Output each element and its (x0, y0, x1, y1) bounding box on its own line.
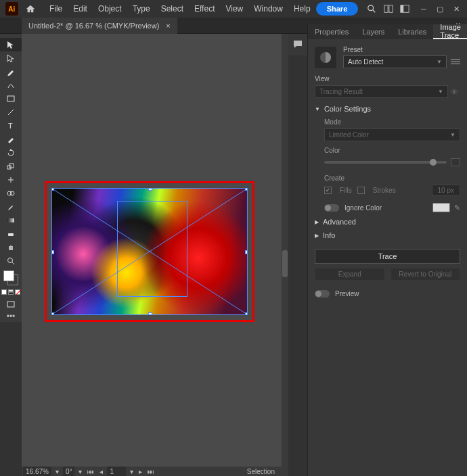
eyedropper-tool[interactable] (0, 200, 22, 214)
view-eye-icon[interactable]: 👁 (448, 88, 460, 96)
image-trace-preset-icon (315, 47, 336, 68)
artboard-first-icon[interactable]: ⏮ (85, 468, 97, 475)
maximize-button[interactable]: ▢ (432, 1, 448, 16)
selection-handle-bl[interactable] (51, 312, 54, 315)
share-button[interactable]: Share (316, 2, 359, 16)
rotate-view-field[interactable]: 0° (63, 467, 75, 476)
zoom-tool[interactable] (0, 254, 22, 268)
canvas[interactable] (22, 34, 282, 467)
artboard-next-icon[interactable]: ▸ (136, 468, 145, 475)
ignore-color-label: Ignore Color (344, 204, 382, 212)
selection-handle-tc[interactable] (148, 188, 152, 191)
tab-layers[interactable]: Layers (355, 24, 391, 39)
mode-dropdown[interactable]: Limited Color ▼ (324, 128, 460, 141)
selection-handle-ml[interactable] (51, 250, 54, 254)
color-mode-swatch[interactable] (1, 289, 7, 295)
eraser-tool[interactable] (0, 227, 22, 241)
fill-swatch[interactable] (3, 270, 14, 281)
hand-tool[interactable] (0, 241, 22, 254)
svg-rect-17 (7, 218, 14, 222)
screen-mode-tool[interactable] (0, 298, 22, 311)
tab-libraries[interactable]: Libraries (391, 24, 433, 39)
rotate-dropdown-icon[interactable]: ▾ (76, 468, 85, 475)
pen-tool[interactable] (0, 65, 22, 78)
menu-edit[interactable]: Edit (68, 0, 93, 18)
fill-stroke-swatches[interactable] (0, 268, 22, 298)
selection-handle-bc[interactable] (148, 312, 152, 315)
fills-checkbox[interactable]: ✔ (324, 187, 332, 194)
gradient-tool[interactable] (0, 214, 22, 227)
curvature-tool[interactable] (0, 78, 22, 92)
artboard-last-icon[interactable]: ⏭ (145, 468, 157, 475)
paintbrush-tool[interactable] (0, 133, 22, 146)
direct-selection-tool[interactable] (0, 51, 22, 65)
document-tab-close-icon[interactable]: × (166, 22, 170, 30)
workspace-switcher-icon[interactable] (397, 0, 413, 18)
ignore-color-swatch[interactable] (432, 203, 450, 212)
color-slider[interactable] (324, 161, 447, 164)
selection-tool[interactable] (0, 38, 22, 51)
preset-dropdown[interactable]: Auto Detect ▼ (343, 55, 447, 68)
shape-builder-tool[interactable] (0, 187, 22, 200)
minimize-button[interactable]: ─ (416, 1, 432, 16)
color-slider-thumb[interactable] (430, 159, 437, 166)
tab-image-trace[interactable]: Image Trace (433, 24, 467, 39)
type-tool[interactable]: T (0, 119, 22, 133)
document-tab[interactable]: Untitled-2* @ 16.67 % (CMYK/Preview) × (22, 18, 177, 34)
preset-menu-icon[interactable] (451, 60, 460, 64)
edit-toolbar-button[interactable]: ••• (0, 311, 22, 322)
search-icon[interactable] (363, 0, 380, 18)
color-value-field[interactable] (451, 158, 460, 166)
expand-button[interactable]: Expand (315, 268, 385, 281)
selection-handle-tl[interactable] (51, 188, 54, 191)
eyedropper-icon[interactable]: ✎ (454, 204, 460, 212)
vertical-scrollbar[interactable] (282, 34, 288, 467)
info-header[interactable]: ▶ Info (315, 231, 460, 239)
selection-handle-mr[interactable] (245, 250, 248, 254)
strokes-value-field[interactable]: 10 px (432, 185, 460, 196)
home-icon[interactable] (22, 0, 39, 18)
rectangle-tool[interactable] (0, 92, 22, 105)
ignore-color-toggle[interactable] (324, 204, 339, 212)
rotate-tool[interactable] (0, 146, 22, 160)
close-window-button[interactable]: ✕ (448, 1, 464, 16)
tools-panel: T ••• (0, 34, 22, 322)
advanced-header[interactable]: ▶ Advanced (315, 218, 460, 226)
line-tool[interactable] (0, 105, 22, 119)
zoom-dropdown-icon[interactable]: ▾ (53, 468, 62, 475)
comments-panel-icon[interactable] (288, 34, 307, 55)
arrange-documents-icon[interactable] (380, 0, 397, 18)
selected-image[interactable] (51, 188, 248, 315)
create-label: Create (324, 174, 460, 182)
revert-button[interactable]: Revert to Original (391, 268, 461, 281)
svg-rect-10 (7, 96, 14, 101)
width-tool[interactable] (0, 173, 22, 187)
tab-properties[interactable]: Properties (308, 24, 355, 39)
menu-select[interactable]: Select (156, 0, 189, 18)
menu-object[interactable]: Object (93, 0, 127, 18)
none-mode-swatch[interactable] (15, 289, 20, 295)
menu-view[interactable]: View (220, 0, 248, 18)
trace-button[interactable]: Trace (315, 249, 460, 264)
zoom-level-field[interactable]: 16.67% (23, 467, 51, 476)
scale-tool[interactable] (0, 160, 22, 173)
artboard-prev-icon[interactable]: ◂ (97, 468, 106, 475)
menu-file[interactable]: File (44, 0, 68, 18)
selection-handle-tr[interactable] (245, 188, 248, 191)
strokes-checkbox[interactable] (357, 187, 365, 194)
selection-handle-br[interactable] (245, 312, 248, 315)
preview-toggle[interactable] (315, 290, 330, 298)
scrollbar-thumb[interactable] (282, 250, 288, 277)
gradient-mode-swatch[interactable] (8, 289, 14, 295)
artboard-number-field[interactable]: 1 (107, 467, 126, 476)
menu-help[interactable]: Help (288, 0, 316, 18)
chevron-down-icon: ▼ (450, 132, 455, 138)
menu-type[interactable]: Type (127, 0, 156, 18)
artboard-dropdown-icon[interactable]: ▾ (127, 468, 136, 475)
menu-effect[interactable]: Effect (189, 0, 220, 18)
title-bar: Ai File Edit Object Type Select Effect V… (0, 0, 467, 18)
artboard-outline (117, 201, 187, 297)
view-dropdown[interactable]: Tracing Result ▼ (315, 85, 448, 98)
menu-window[interactable]: Window (248, 0, 288, 18)
color-settings-header[interactable]: ▼ Color Settings (315, 105, 460, 113)
